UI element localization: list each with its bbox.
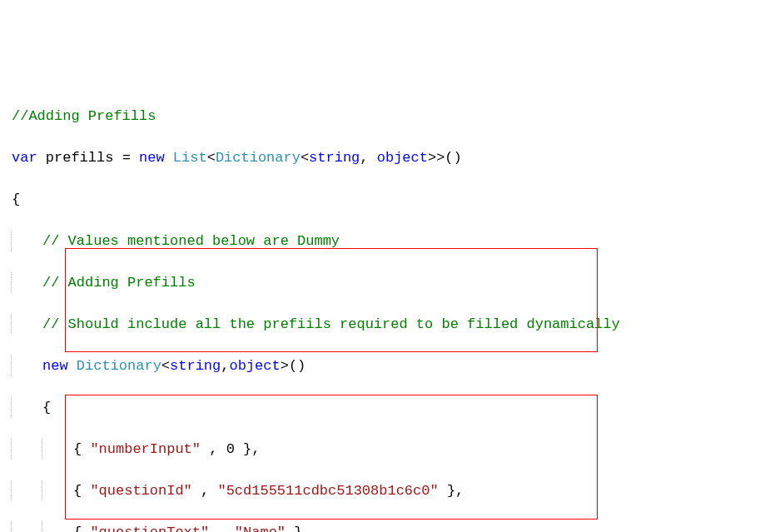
type: List — [173, 150, 207, 166]
code-line: // Adding Prefills — [0, 272, 780, 293]
comment: // Should include all the prefiils requi… — [42, 316, 620, 332]
keyword: object — [377, 150, 428, 166]
punct: < — [301, 150, 309, 166]
string: "questionId" — [90, 483, 191, 499]
identifier: prefills — [37, 150, 122, 166]
comment: // Adding Prefills — [42, 275, 196, 291]
type: Dictionary — [77, 358, 161, 374]
brace: { — [42, 400, 51, 415]
code-line: { "questionText" , "Name" }, — [0, 522, 780, 532]
punct: >() — [281, 358, 306, 374]
string: "Name" — [235, 525, 286, 532]
punct: >>() — [428, 150, 462, 166]
code-line: // Values mentioned below are Dummy — [0, 231, 780, 251]
punct: < — [161, 358, 170, 374]
code-line: { "questionId" , "5cd155511cdbc51308b1c6… — [0, 480, 780, 501]
code-line: { — [0, 189, 780, 210]
punct: < — [207, 150, 216, 166]
keyword: new — [131, 150, 173, 166]
code-editor[interactable]: //Adding Prefills var prefills = new Lis… — [0, 85, 780, 532]
keyword: string — [309, 150, 360, 166]
keyword: var — [12, 150, 37, 166]
string: "numberInput" — [90, 441, 201, 457]
code-line: { — [0, 397, 780, 418]
code-line: // Should include all the prefiils requi… — [0, 314, 780, 335]
comment: //Adding Prefills — [12, 108, 156, 124]
keyword: new — [42, 358, 77, 374]
highlight-box-1 — [65, 248, 598, 352]
operator: = — [122, 150, 131, 166]
string: "questionText" — [90, 525, 209, 532]
keyword: string — [170, 358, 221, 374]
type: Dictionary — [216, 150, 301, 166]
punct: , — [360, 150, 376, 166]
code-line: //Adding Prefills — [0, 106, 780, 127]
comment: // Values mentioned below are Dummy — [42, 233, 340, 249]
code-line: { "numberInput" , 0 }, — [0, 439, 780, 460]
string: "5cd155511cdbc51308b1c6c0" — [217, 483, 438, 499]
brace: { — [12, 191, 20, 207]
punct: , — [221, 358, 229, 374]
keyword: object — [229, 358, 280, 374]
code-line: new Dictionary<string,object>() — [0, 355, 780, 376]
number: 0 — [226, 441, 235, 457]
code-line: var prefills = new List<Dictionary<strin… — [0, 147, 780, 168]
